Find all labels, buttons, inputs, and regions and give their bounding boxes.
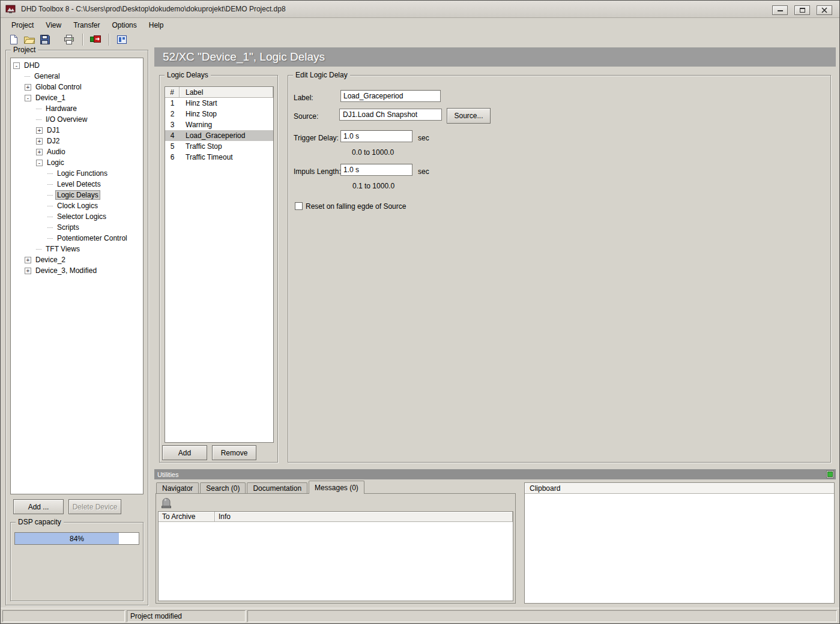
collapse-icon[interactable]: -: [25, 95, 31, 101]
tab-documentation[interactable]: Documentation: [247, 482, 307, 493]
tree-item-scripts[interactable]: Scripts: [11, 222, 143, 233]
clipboard-panel: Clipboard: [524, 482, 835, 604]
add-delay-button[interactable]: Add: [162, 445, 207, 460]
expand-icon[interactable]: +: [36, 138, 43, 145]
collapse-icon[interactable]: -: [13, 62, 20, 69]
tree-item-level-detects[interactable]: Level Detects: [11, 179, 143, 190]
logic-delay-row-traffic-timeout[interactable]: 6Traffic Timeout: [165, 152, 273, 163]
edit-logic-delay-title: Edit Logic Delay: [293, 71, 350, 79]
tree-item-label[interactable]: Device_2: [34, 255, 67, 265]
menu-item-project[interactable]: Project: [5, 19, 40, 31]
tree-item-logic[interactable]: -Logic: [11, 157, 143, 168]
dock-button[interactable]: [826, 470, 834, 478]
menu-item-transfer[interactable]: Transfer: [67, 19, 106, 31]
print-icon[interactable]: [62, 33, 76, 46]
tree-item-dj2[interactable]: +DJ2: [11, 136, 143, 146]
utilities-tabs: NavigatorSearch (0)DocumentationMessages…: [156, 481, 366, 494]
tree-item-logic-functions[interactable]: Logic Functions: [11, 168, 143, 179]
trigger-delay-input[interactable]: [340, 130, 412, 142]
label-input[interactable]: [340, 90, 441, 102]
new-document-icon[interactable]: [7, 33, 21, 46]
collapse-icon[interactable]: -: [36, 160, 43, 166]
tree-item-label[interactable]: Device_3, Modified: [34, 266, 98, 275]
logic-delay-row-warning[interactable]: 3Warning: [165, 119, 273, 130]
tree-item-clock-logics[interactable]: Clock Logics: [11, 200, 143, 211]
reset-on-falling-edge-label: Reset on falling egde of Source: [306, 202, 406, 211]
tree-item-hardware[interactable]: Hardware: [11, 103, 143, 114]
tree-connector: [47, 206, 53, 206]
tree-item-device-1[interactable]: -Device_1: [11, 92, 143, 103]
tree-item-tft-views[interactable]: TFT Views: [11, 244, 143, 254]
window-title: DHD Toolbox 8 - C:\Users\prod\Desktop\do…: [21, 5, 286, 13]
tree-item-label[interactable]: I/O Overview: [44, 115, 89, 124]
transfer-icon[interactable]: [88, 33, 103, 46]
tree-item-label[interactable]: Device_1: [34, 93, 67, 103]
column-header-number[interactable]: #: [165, 87, 180, 98]
tree-item-label[interactable]: DHD: [22, 61, 41, 70]
expand-icon[interactable]: +: [25, 257, 31, 263]
tree-item-label[interactable]: Potentiometer Control: [55, 233, 129, 243]
menu-item-view[interactable]: View: [40, 19, 67, 31]
logic-delay-row-hinz-start[interactable]: 1Hinz Start: [165, 98, 273, 109]
tree-item-label[interactable]: Hardware: [44, 104, 79, 113]
logic-delay-row-load-graceperiod[interactable]: 4Load_Graceperiod: [165, 130, 273, 141]
remove-delay-button[interactable]: Remove: [212, 445, 256, 460]
archive-icon[interactable]: [160, 496, 172, 509]
expand-icon[interactable]: +: [25, 268, 31, 274]
tree-item-label[interactable]: General: [32, 71, 62, 81]
tree-item-global-control[interactable]: +Global Control: [11, 82, 143, 92]
column-header-to-archive[interactable]: To Archive: [159, 512, 215, 522]
impuls-length-input[interactable]: [340, 164, 412, 176]
tree-item-device-3-modified[interactable]: +Device_3, Modified: [11, 265, 143, 276]
tree-item-label[interactable]: Logic: [45, 158, 66, 167]
tree-item-label[interactable]: Global Control: [34, 82, 83, 92]
row-label: Traffic Stop: [180, 142, 273, 151]
expand-icon[interactable]: +: [36, 127, 43, 134]
tree-item-general[interactable]: General: [11, 71, 143, 82]
tab-messages-0[interactable]: Messages (0): [309, 481, 364, 494]
add-device-button[interactable]: Add ...: [13, 499, 64, 514]
tab-navigator[interactable]: Navigator: [156, 482, 199, 493]
tree-item-label[interactable]: TFT Views: [44, 244, 82, 254]
logic-delay-row-traffic-stop[interactable]: 5Traffic Stop: [165, 141, 273, 152]
tree-item-label[interactable]: Selector Logics: [55, 212, 108, 221]
tab-search-0[interactable]: Search (0): [200, 482, 246, 493]
tree-item-dj1[interactable]: +DJ1: [11, 125, 143, 136]
tree-item-label[interactable]: Audio: [45, 147, 67, 157]
column-header-info[interactable]: Info: [215, 512, 513, 522]
save-icon[interactable]: [38, 33, 52, 46]
menubar: ProjectViewTransferOptionsHelp: [2, 19, 838, 31]
app-icon[interactable]: [5, 4, 16, 14]
reset-on-falling-edge-checkbox[interactable]: [295, 202, 303, 210]
logic-delay-row-hinz-stop[interactable]: 2Hinz Stop: [165, 109, 273, 119]
trigger-delay-caption: Trigger Delay:: [294, 134, 339, 142]
tree-item-potentiometer-control[interactable]: Potentiometer Control: [11, 233, 143, 244]
tree-connector: [47, 184, 53, 185]
column-header-label[interactable]: Label: [180, 87, 273, 98]
maximize-button[interactable]: [794, 5, 810, 15]
tree-item-label[interactable]: DJ2: [45, 136, 61, 146]
tree-item-label[interactable]: Logic Functions: [55, 169, 109, 178]
menu-item-help[interactable]: Help: [143, 19, 170, 31]
close-button[interactable]: [817, 5, 832, 15]
tree-item-i-o-overview[interactable]: I/O Overview: [11, 114, 143, 125]
tree-item-logic-delays[interactable]: Logic Delays: [11, 190, 143, 200]
open-project-icon[interactable]: [22, 33, 37, 46]
menu-item-options[interactable]: Options: [106, 19, 142, 31]
tree-item-dhd[interactable]: -DHD: [11, 60, 143, 71]
tree-item-label[interactable]: Clock Logics: [55, 201, 100, 211]
tree-item-audio[interactable]: +Audio: [11, 146, 143, 157]
panel-splitter[interactable]: [280, 75, 283, 463]
minimize-button[interactable]: [772, 5, 788, 15]
tree-item-label[interactable]: Scripts: [55, 223, 81, 232]
status-section-right: [247, 610, 837, 622]
system-status-icon[interactable]: [115, 33, 129, 46]
tree-item-label[interactable]: Level Detects: [55, 179, 103, 189]
expand-icon[interactable]: +: [36, 149, 43, 155]
tree-item-device-2[interactable]: +Device_2: [11, 254, 143, 265]
tree-item-selector-logics[interactable]: Selector Logics: [11, 211, 143, 222]
tree-item-label[interactable]: DJ1: [45, 125, 61, 135]
expand-icon[interactable]: +: [25, 84, 31, 91]
tree-item-label[interactable]: Logic Delays: [55, 190, 100, 200]
source-button[interactable]: Source...: [447, 108, 491, 124]
